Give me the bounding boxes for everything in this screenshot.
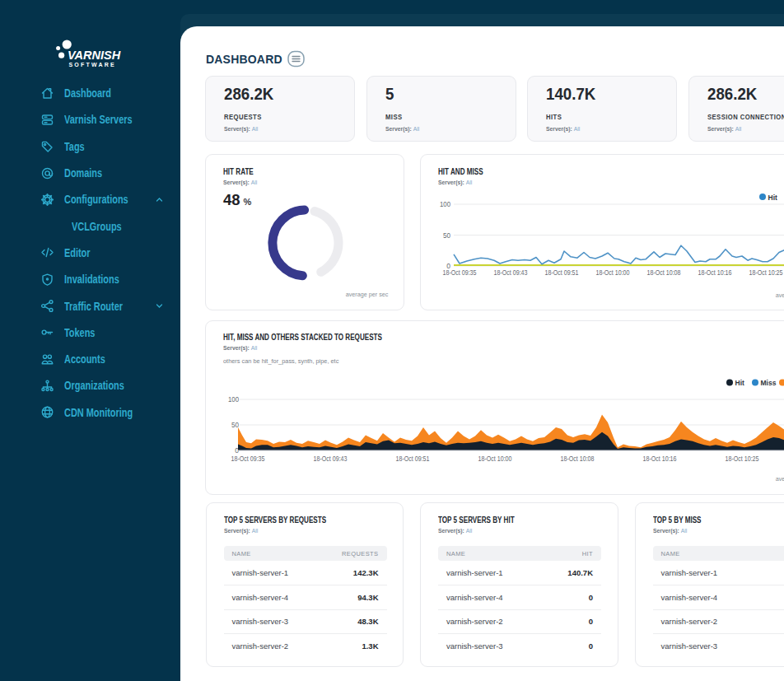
svg-text:VARNISH: VARNISH [68, 49, 121, 62]
svg-text:18-Oct 09:35: 18-Oct 09:35 [231, 455, 265, 463]
svg-text:18-Oct 09:51: 18-Oct 09:51 [545, 268, 579, 277]
svg-text:100: 100 [440, 200, 450, 208]
svg-text:18-Oct 10:25: 18-Oct 10:25 [749, 268, 783, 277]
svg-text:50: 50 [443, 231, 450, 240]
svg-text:SOFTWARE: SOFTWARE [69, 62, 116, 68]
svg-text:18-Oct 10:00: 18-Oct 10:00 [478, 455, 512, 463]
svg-text:Hit: Hit [735, 379, 745, 387]
svg-text:18-Oct 10:08: 18-Oct 10:08 [561, 455, 595, 463]
svg-text:18-Oct 10:25: 18-Oct 10:25 [726, 455, 759, 463]
svg-text:18-Oct 09:43: 18-Oct 09:43 [314, 455, 348, 463]
svg-text:18-Oct 09:43: 18-Oct 09:43 [494, 268, 528, 277]
svg-text:18-Oct 10:16: 18-Oct 10:16 [698, 268, 732, 277]
svg-text:50: 50 [231, 421, 239, 429]
svg-text:18-Oct 09:35: 18-Oct 09:35 [443, 268, 477, 277]
svg-text:100: 100 [228, 395, 239, 403]
svg-text:18-Oct 10:00: 18-Oct 10:00 [596, 268, 630, 277]
svg-text:Hit: Hit [768, 194, 778, 202]
svg-text:18-Oct 10:08: 18-Oct 10:08 [647, 268, 681, 277]
svg-text:18-Oct 09:51: 18-Oct 09:51 [396, 455, 430, 463]
svg-text:Miss: Miss [761, 379, 777, 387]
svg-text:18-Oct 10:16: 18-Oct 10:16 [643, 455, 677, 463]
